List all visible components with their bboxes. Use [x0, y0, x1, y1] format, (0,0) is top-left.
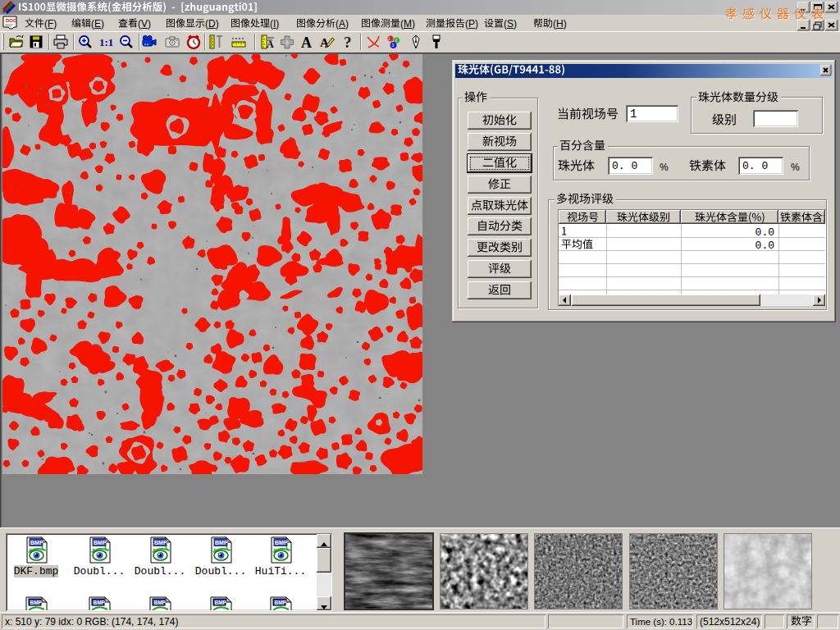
svg-text:BMP: BMP — [30, 600, 43, 605]
svg-text:BMP: BMP — [94, 540, 107, 546]
svg-text:BMP: BMP — [30, 540, 43, 546]
svg-text:BMP: BMP — [94, 600, 106, 605]
svg-text:BMP: BMP — [215, 600, 227, 605]
svg-text:BMP: BMP — [154, 540, 167, 546]
svg-text:1: 1 — [388, 36, 390, 41]
svg-text:BMP: BMP — [275, 600, 287, 605]
svg-text:A: A — [301, 34, 312, 50]
svg-text:3: 3 — [392, 43, 395, 48]
svg-text:1:1: 1:1 — [99, 36, 113, 48]
svg-text:2: 2 — [395, 38, 398, 43]
svg-text:?: ? — [344, 34, 352, 50]
svg-text:BMP: BMP — [154, 600, 167, 605]
svg-text:DOC: DOC — [6, 18, 17, 23]
svg-text:BMP: BMP — [275, 540, 288, 546]
svg-text:BMP: BMP — [215, 540, 228, 546]
